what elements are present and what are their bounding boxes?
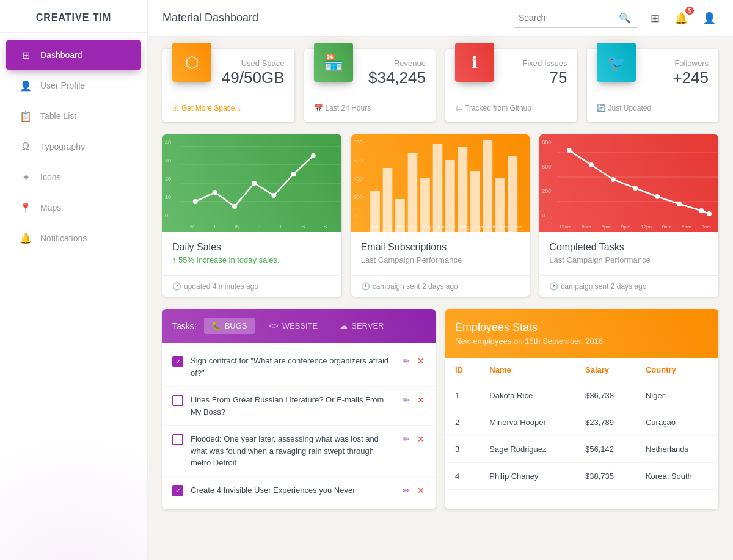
bottom-row: Tasks: 🐛 BUGS <> WEBSITE ☁ SERVER [162, 309, 718, 509]
dashboard-icon: ⊞ [18, 48, 33, 62]
used-space-icon-box: ⬡ [172, 43, 211, 82]
svg-point-4 [193, 199, 198, 204]
notification-badge: 5 [685, 7, 694, 15]
employees-subtitle: New employees on 15th September, 2016 [455, 336, 709, 346]
task-delete-button-2[interactable]: ✕ [416, 394, 426, 406]
tasks-header-label: Tasks: [172, 321, 197, 331]
task-text-4: Create 4 Invisible User Experiences you … [191, 484, 394, 496]
sidebar-item-table-list[interactable]: 📋 Table List [6, 101, 141, 131]
revenue-label: Revenue [363, 59, 426, 68]
calendar-icon: 📅 [314, 104, 323, 112]
topbar: Material Dashboard 🔍 ⊞ 🔔 5 👤 [148, 0, 733, 37]
fixed-issues-footer-text: Tracked from Github [465, 104, 531, 112]
task-actions-3: ✏ ✕ [401, 433, 426, 445]
fixed-issues-icon: ℹ [472, 53, 478, 72]
task-delete-button-4[interactable]: ✕ [416, 484, 426, 496]
col-name: Name [480, 358, 575, 382]
chart-cards: 403020100 [162, 134, 718, 297]
search-button[interactable]: 🔍 [616, 11, 633, 25]
task-text-2: Lines From Great Russian Literature? Or … [191, 394, 394, 418]
tasks-body: Completed Tasks Last Campaign Performanc… [539, 232, 718, 275]
daily-sales-x-labels: MTWTFSS [181, 224, 337, 230]
sidebar-item-icons[interactable]: ✦ Icons [6, 162, 141, 192]
svg-point-29 [633, 186, 638, 191]
task-edit-button-2[interactable]: ✏ [401, 394, 411, 406]
tasks-tab-bugs[interactable]: 🐛 BUGS [204, 318, 255, 334]
task-item: Sign contract for "What are conference o… [162, 347, 436, 387]
table-cell-salary: $36,738 [575, 382, 636, 409]
table-cell-name: Minerva Hooper [480, 409, 575, 436]
grid-button[interactable]: ⊞ [648, 9, 662, 27]
task-edit-button-4[interactable]: ✏ [401, 484, 411, 496]
tasks-footer: 🕐 campaign sent 2 days ago [539, 275, 718, 297]
tasks-subtitle: Last Campaign Performance [549, 255, 709, 264]
followers-value: +245 [646, 68, 709, 89]
daily-sales-svg [162, 134, 341, 232]
tasks-list: Sign contract for "What are conference o… [162, 343, 436, 509]
server-icon: ☁ [340, 321, 348, 330]
table-row: 4Philip Chaney$38,735Korea, South [445, 463, 718, 490]
clock-icon-email: 🕐 [361, 282, 370, 291]
sidebar-item-typography[interactable]: Ω Typography [6, 132, 141, 161]
sidebar-bg-decor [0, 377, 147, 560]
stat-card-used-space: ⬡ Used Space 49/50GB ⚠ Get More Space... [162, 49, 294, 122]
stat-card-followers: 🐦 Followers +245 🔄 Just Updated [587, 49, 719, 122]
used-space-value: 49/50GB [221, 68, 285, 89]
revenue-icon: 🏪 [324, 53, 343, 72]
fixed-issues-label: Fixed Issues [504, 59, 567, 68]
tasks-chart-title: Completed Tasks [549, 242, 709, 253]
sidebar-item-user-profile[interactable]: 👤 User Profile [6, 71, 141, 100]
task-delete-button-1[interactable]: ✕ [416, 355, 426, 367]
svg-point-28 [611, 177, 616, 182]
tasks-tab-server[interactable]: ☁ SERVER [332, 318, 391, 334]
notification-button[interactable]: 🔔 5 [672, 9, 690, 27]
sidebar-item-label: User Profile [40, 81, 85, 90]
col-id: ID [445, 358, 480, 382]
table-cell-name: Sage Rodriguez [480, 436, 575, 463]
task-checkbox-4[interactable] [172, 485, 183, 496]
warning-icon: ⚠ [172, 104, 179, 112]
task-item: Lines From Great Russian Literature? Or … [162, 387, 436, 426]
employees-table-header: ID Name Salary Country [445, 358, 718, 382]
svg-point-33 [707, 211, 712, 216]
server-label: SERVER [351, 321, 384, 330]
task-edit-button-1[interactable]: ✏ [401, 355, 411, 367]
svg-point-7 [252, 181, 257, 186]
svg-point-27 [589, 162, 594, 167]
search-input[interactable] [519, 13, 616, 23]
table-row: 1Dakota Rice$36,738Niger [445, 382, 718, 409]
svg-point-32 [699, 208, 704, 213]
task-text-1: Sign contract for "What are conference o… [191, 355, 394, 379]
sidebar-item-dashboard[interactable]: ⊞ Dashboard [6, 40, 141, 70]
profile-button[interactable]: 👤 [700, 9, 718, 27]
employees-header: Employees Stats New employees on 15th Se… [445, 309, 718, 358]
task-delete-button-3[interactable]: ✕ [416, 433, 426, 445]
daily-sales-title: Daily Sales [172, 242, 332, 253]
svg-point-5 [213, 190, 217, 195]
maps-icon: 📍 [18, 200, 33, 215]
main-content: Material Dashboard 🔍 ⊞ 🔔 5 👤 ⬡ Used Spac… [148, 0, 733, 560]
svg-point-8 [272, 193, 277, 198]
sidebar-item-label: Dashboard [40, 50, 82, 60]
svg-point-10 [311, 153, 316, 158]
topbar-icons: ⊞ 🔔 5 👤 [648, 9, 718, 27]
stat-card-revenue: 🏪 Revenue $34,245 📅 Last 24 Hours [304, 49, 436, 122]
daily-sales-chart-area: 403020100 [162, 134, 341, 232]
email-footer: 🕐 campaign sent 2 days ago [351, 275, 530, 297]
task-checkbox-1[interactable] [172, 356, 183, 367]
used-space-footer-text: Get More Space... [181, 104, 241, 112]
task-edit-button-3[interactable]: ✏ [401, 433, 411, 445]
svg-rect-14 [407, 153, 417, 232]
tasks-svg [539, 134, 718, 232]
sidebar-item-maps[interactable]: 📍 Maps [6, 193, 141, 222]
sidebar-item-notifications[interactable]: 🔔 Notifications [6, 224, 141, 253]
tasks-tab-website[interactable]: <> WEBSITE [262, 318, 326, 334]
table-cell-country: Korea, South [636, 463, 718, 490]
svg-point-9 [291, 172, 296, 176]
task-text-3: Flooded: One year later, assessing what … [191, 433, 394, 469]
email-footer-text: campaign sent 2 days ago [373, 282, 458, 291]
task-checkbox-3[interactable] [172, 434, 183, 445]
task-checkbox-2[interactable] [172, 395, 183, 406]
table-cell-id: 2 [445, 409, 480, 436]
employees-card: Employees Stats New employees on 15th Se… [445, 309, 718, 509]
